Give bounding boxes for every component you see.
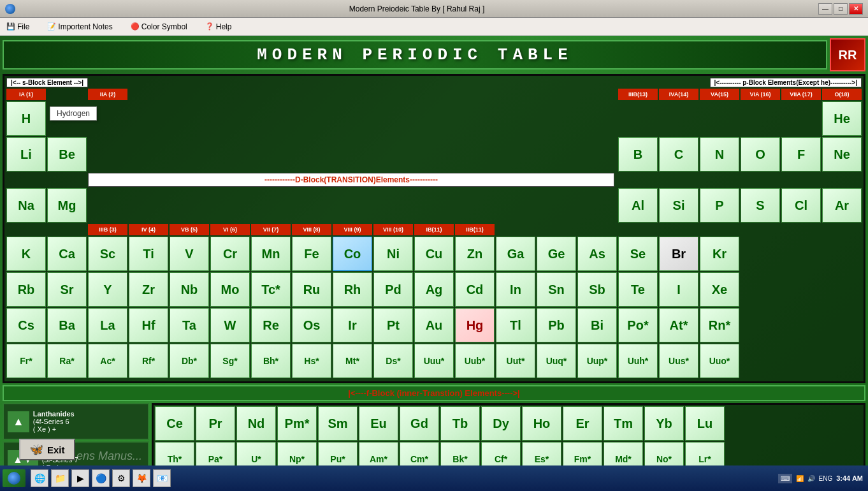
element-Tm[interactable]: Tm [604,406,643,441]
element-Hg[interactable]: Hg [455,308,495,342]
element-In[interactable]: In [496,272,535,307]
element-Sc[interactable]: Sc [88,237,127,271]
element-Ho[interactable]: Ho [522,406,561,441]
taskbar-icon-settings[interactable]: ⚙ [112,469,130,487]
close-button[interactable]: ✕ [849,3,863,15]
element-Tc[interactable]: Tc* [251,272,291,307]
element-Lu[interactable]: Lu [685,406,725,441]
element-Mo[interactable]: Mo [210,272,250,307]
element-Pb[interactable]: Pb [537,308,576,342]
element-Zr[interactable]: Zr [129,272,168,307]
element-N[interactable]: N [700,137,739,172]
element-Rb[interactable]: Rb [6,272,46,307]
element-Cr[interactable]: Cr [210,237,250,271]
element-P[interactable]: P [700,188,739,223]
lanthanides-up-arrow[interactable]: ▲ [8,411,29,432]
element-Uuu[interactable]: Uuu* [414,344,454,378]
element-Ca[interactable]: Ca [47,237,87,271]
element-Os[interactable]: Os [292,308,331,342]
element-Uub[interactable]: Uub* [455,344,495,378]
element-Uut[interactable]: Uut* [496,344,535,378]
element-Ar[interactable]: Ar [822,188,862,223]
element-B[interactable]: B [618,137,658,172]
element-Ni[interactable]: Ni [373,237,413,271]
element-Au[interactable]: Au [414,308,454,342]
element-Ru[interactable]: Ru [292,272,331,307]
element-Mg[interactable]: Mg [47,188,87,223]
element-Ac[interactable]: Ac* [88,344,127,378]
element-H[interactable]: H [6,101,46,136]
element-Eu[interactable]: Eu [359,406,398,441]
start-orb[interactable] [3,469,25,487]
element-He[interactable]: He [822,101,862,136]
element-Al[interactable]: Al [618,188,658,223]
element-Ba[interactable]: Ba [47,308,87,342]
element-Mt[interactable]: Mt* [333,344,372,378]
menu-help[interactable]: ❓ Help [201,21,236,33]
element-Ga[interactable]: Ga [496,237,535,271]
element-Er[interactable]: Er [563,406,602,441]
element-Nb[interactable]: Nb [170,272,209,307]
element-Uuq[interactable]: Uuq* [537,344,576,378]
maximize-button[interactable]: □ [834,3,848,15]
taskbar-icon-app[interactable]: 🔵 [92,469,110,487]
element-Ds[interactable]: Ds* [373,344,413,378]
element-Mn[interactable]: Mn [251,237,291,271]
element-Fe[interactable]: Fe [292,237,331,271]
element-At[interactable]: At* [659,308,698,342]
element-Hs[interactable]: Hs* [292,344,331,378]
element-Pt[interactable]: Pt [373,308,413,342]
element-Re[interactable]: Re [251,308,291,342]
element-La[interactable]: La [88,308,127,342]
element-Te[interactable]: Te [618,272,658,307]
element-Xe[interactable]: Xe [700,272,739,307]
menu-important-notes[interactable]: 📝 Importent Notes [43,21,116,33]
element-Sr[interactable]: Sr [47,272,87,307]
element-Pr[interactable]: Pr [196,406,235,441]
element-Cd[interactable]: Cd [455,272,495,307]
element-Uuh[interactable]: Uuh* [618,344,658,378]
element-Uus[interactable]: Uus* [659,344,698,378]
menu-color-symbol[interactable]: 🔴 Color Symbol [127,21,191,33]
element-As[interactable]: As [577,237,617,271]
element-Pm[interactable]: Pm* [277,406,317,441]
taskbar-icon-firefox[interactable]: 🦊 [133,469,150,487]
element-Si[interactable]: Si [659,188,698,223]
element-Br[interactable]: Br [659,237,698,271]
element-Kr[interactable]: Kr [700,237,739,271]
element-K[interactable]: K [6,237,46,271]
element-Rh[interactable]: Rh [333,272,372,307]
element-V[interactable]: V [170,237,209,271]
element-Sb[interactable]: Sb [577,272,617,307]
menu-file[interactable]: 💾 File [3,21,33,33]
element-W[interactable]: W [210,308,250,342]
exit-button[interactable]: 🦋 Exit [19,439,75,460]
element-Pd[interactable]: Pd [373,272,413,307]
element-Po[interactable]: Po* [618,308,658,342]
element-Hf[interactable]: Hf [129,308,168,342]
element-Y[interactable]: Y [88,272,127,307]
element-Yb[interactable]: Yb [644,406,684,441]
element-Sg[interactable]: Sg* [210,344,250,378]
element-Ti[interactable]: Ti [129,237,168,271]
element-S[interactable]: S [741,188,780,223]
element-Nd[interactable]: Nd [236,406,276,441]
minimize-button[interactable]: — [818,3,832,15]
element-Cl[interactable]: Cl [781,188,821,223]
element-Be[interactable]: Be [47,137,87,172]
taskbar-icon-media[interactable]: ▶ [71,469,89,487]
element-Dy[interactable]: Dy [481,406,521,441]
element-Tl[interactable]: Tl [496,308,535,342]
element-Gd[interactable]: Gd [400,406,439,441]
element-Zn[interactable]: Zn [455,237,495,271]
element-Uuo[interactable]: Uuo* [700,344,739,378]
element-Cu[interactable]: Cu [414,237,454,271]
element-Uup[interactable]: Uup* [577,344,617,378]
element-Tb[interactable]: Tb [440,406,480,441]
element-Sm[interactable]: Sm [318,406,358,441]
element-C[interactable]: C [659,137,698,172]
element-Ir[interactable]: Ir [333,308,372,342]
element-F[interactable]: F [781,137,821,172]
element-Ag[interactable]: Ag [414,272,454,307]
element-Sn[interactable]: Sn [537,272,576,307]
